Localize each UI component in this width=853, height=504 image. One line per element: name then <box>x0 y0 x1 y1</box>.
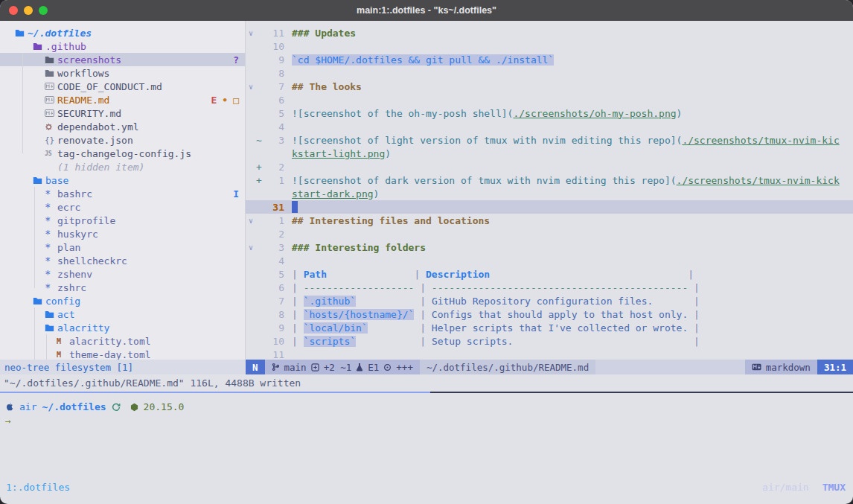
tmux-window-tab[interactable]: 1:.dotfiles <box>6 482 70 493</box>
tree-item-gitprofile[interactable]: *gitprofile <box>0 214 245 227</box>
text-segment-h3: ### Interesting folders <box>292 242 426 253</box>
tmux-status-bar: 1:.dotfiles air/main TMUX <box>0 479 853 495</box>
text-segment-cyan: ![screenshot of the oh-my-posh shell]( <box>292 108 513 119</box>
tree-item-label: shellcheckrc <box>57 255 127 267</box>
tree-item-tag-changelog-config-js[interactable]: JStag-changelog-config.js <box>0 147 245 160</box>
tree-item-screenshots[interactable]: screenshots? <box>0 53 245 66</box>
line-text: ### Interesting folders <box>292 242 426 253</box>
tree-item-label: huskyrc <box>57 229 98 240</box>
tree-item-alacritty[interactable]: alacritty <box>0 321 245 334</box>
editor-line[interactable]: 6| ------------------- | ---------------… <box>246 281 853 294</box>
line-number: 3 <box>265 135 284 146</box>
editor-line-current[interactable]: 31 <box>246 200 853 214</box>
tree-item-theme-day-toml[interactable]: Mtheme-day.toml <box>0 348 245 360</box>
git-branch-icon <box>272 363 280 371</box>
tree-item-label: config <box>45 296 80 307</box>
tree-item-dependabot-yml[interactable]: dependabot.yml <box>0 120 245 133</box>
git-branch-label: main <box>284 362 307 373</box>
editor-line[interactable]: 4 <box>246 254 853 267</box>
tree-item-plan[interactable]: *plan <box>0 240 245 254</box>
editor-line[interactable]: 5| Path | Description | <box>246 267 853 281</box>
editor-line[interactable]: ∨3### Interesting folders <box>246 240 853 254</box>
editor-line[interactable]: 7| `.github` | GitHub Repository configu… <box>246 294 853 307</box>
editor-line[interactable]: ~3![screenshot of light version of tmux … <box>246 133 853 147</box>
text-segment-plain <box>653 296 688 307</box>
line-text: ## Interesting files and locations <box>292 215 490 226</box>
editor-line[interactable]: kstart-light.png) <box>246 147 853 160</box>
editor-line[interactable]: ∨1## Interesting files and locations <box>246 214 853 227</box>
markdown-file-icon <box>45 109 57 117</box>
editor-line[interactable]: 4 <box>246 120 853 133</box>
line-number: 4 <box>265 121 284 133</box>
git-status-badges: E•□ <box>211 95 245 106</box>
tree-item-config[interactable]: config <box>0 294 245 307</box>
shell-pane[interactable]: air ~/.dotfiles 20.15.0 → <box>0 393 853 479</box>
text-segment-cyan: ) <box>374 188 380 200</box>
toml-icon: M <box>57 351 69 359</box>
line-number: 2 <box>265 229 284 240</box>
tree-item-zshenv[interactable]: *zshenv <box>0 267 245 281</box>
editor-line[interactable]: 8 <box>246 66 853 80</box>
editor-line[interactable]: 2 <box>246 227 853 240</box>
line-text: | `scripts` | Setup scripts. | <box>292 336 700 347</box>
text-segment-pipe: | <box>414 322 431 334</box>
text-segment-pipe: | <box>414 269 426 280</box>
editor-line[interactable]: +1![screenshot of dark version of tmux w… <box>246 173 853 187</box>
editor-line[interactable]: 10 <box>246 39 853 53</box>
editor-line[interactable]: 8| `hosts/{hostname}/` | Configs that sh… <box>246 307 853 321</box>
cursor-position: 31:1 <box>817 360 853 374</box>
editor-line[interactable]: 6 <box>246 93 853 106</box>
editor-line[interactable]: start-dark.png) <box>246 187 853 200</box>
line-text: | `local/bin` | Helper scripts that I've… <box>292 322 700 334</box>
tree-item--github[interactable]: .github <box>0 39 245 53</box>
editor-line[interactable]: 9| `local/bin` | Helper scripts that I'v… <box>246 321 853 334</box>
tree-guide <box>34 187 35 288</box>
tree-item-act[interactable]: act <box>0 307 245 321</box>
line-number: 7 <box>265 296 284 307</box>
tree-item-zshrc[interactable]: *zshrc <box>0 281 245 294</box>
text-segment-link: ./screenshots/oh-my-posh.png <box>513 108 676 119</box>
tree-item-bashrc[interactable]: *bashrcI <box>0 187 245 200</box>
tree-item-label: alacritty <box>57 322 109 334</box>
tree-item-label: act <box>57 309 74 320</box>
line-number: 5 <box>265 108 284 119</box>
tree-item-base[interactable]: base <box>0 173 245 187</box>
diagnostics-flask-icon <box>356 363 363 371</box>
line-number: 1 <box>265 215 284 226</box>
editor-line[interactable]: +2 <box>246 160 853 173</box>
text-segment-pipe: | <box>414 282 431 293</box>
tree-item-renovate-json[interactable]: {}renovate.json <box>0 133 245 147</box>
editor-line[interactable]: 11 <box>246 348 853 360</box>
tree-item-security-md[interactable]: SECURITY.md <box>0 106 245 120</box>
editor-line[interactable]: 9`cd $HOME/.dotfiles && git pull && ./in… <box>246 53 853 66</box>
tree-item-alacritty-toml[interactable]: Malacritty.toml <box>0 334 245 348</box>
tree-item-ecrc[interactable]: *ecrc <box>0 200 245 214</box>
neo-tree-sidebar[interactable]: ~/.dotfiles.githubscreenshots?workflowsC… <box>0 21 246 360</box>
editor-line[interactable]: ∨11### Updates <box>246 26 853 39</box>
editor-pane[interactable]: ∨11### Updates109`cd $HOME/.dotfiles && … <box>246 21 853 360</box>
prompt-host: air <box>19 401 36 412</box>
status-badge: E <box>211 95 217 106</box>
editor-line[interactable]: 10| `scripts` | Setup scripts. | <box>246 334 853 348</box>
star-icon: * <box>45 201 57 213</box>
tmux-mode-badge: TMUX <box>822 482 846 493</box>
status-badge: □ <box>233 95 239 106</box>
tree-item--1-hidden-item-[interactable]: (1 hidden item) <box>0 160 245 173</box>
editor-line[interactable]: ∨7## The looks <box>246 80 853 93</box>
tree-item-readme-md[interactable]: README.mdE•□ <box>0 93 245 106</box>
tree-item-label: plan <box>57 242 80 253</box>
tree-item-huskyrc[interactable]: *huskyrc <box>0 227 245 240</box>
text-segment-pipe: | <box>414 296 431 307</box>
editor-line[interactable]: 5![screenshot of the oh-my-posh shell](.… <box>246 106 853 120</box>
javascript-icon: JS <box>45 150 57 157</box>
tree-item-shellcheckrc[interactable]: *shellcheckrc <box>0 254 245 267</box>
shell-prompt: air ~/.dotfiles 20.15.0 <box>5 400 853 414</box>
tree-item--dotfiles[interactable]: ~/.dotfiles <box>0 26 245 39</box>
text-segment-th: Path <box>304 269 327 280</box>
file-tree: ~/.dotfiles.githubscreenshots?workflowsC… <box>0 26 245 360</box>
star-icon: * <box>45 188 57 200</box>
tree-item-workflows[interactable]: workflows <box>0 66 245 80</box>
tree-item-code-of-conduct-md[interactable]: CODE_OF_CONDUCT.md <box>0 80 245 93</box>
tree-item-label: zshrc <box>57 282 86 293</box>
window-title: main:1:.dotfiles - "ks~/.dotfiles" <box>0 5 853 16</box>
